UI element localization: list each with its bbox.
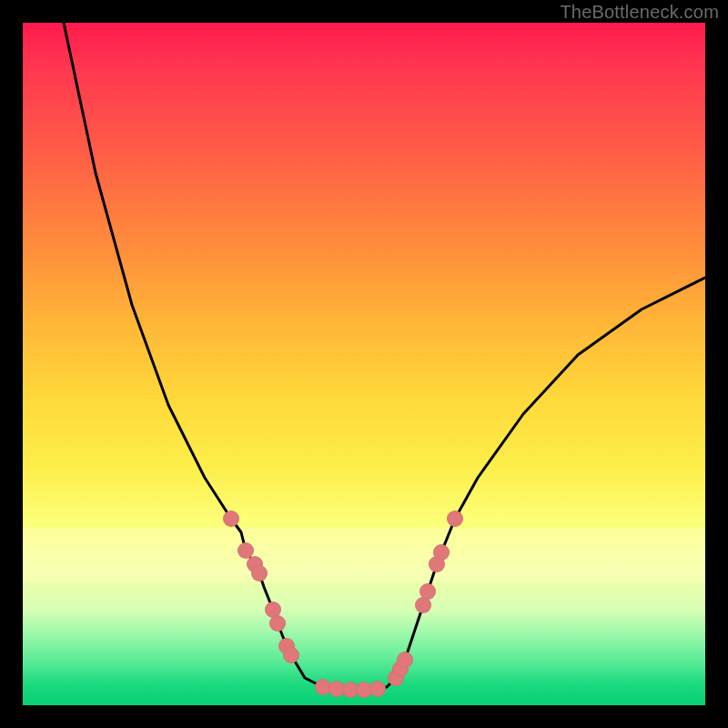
data-marker — [447, 511, 463, 527]
plot-area — [23, 23, 705, 705]
watermark-text: TheBottleneck.com — [560, 2, 719, 23]
data-marker — [269, 615, 286, 632]
data-marker — [433, 544, 450, 561]
curve-svg — [23, 23, 705, 705]
chart-stage: TheBottleneck.com — [0, 0, 728, 728]
data-marker — [369, 681, 386, 697]
bottleneck-curve — [64, 23, 705, 690]
data-marker — [397, 652, 413, 668]
data-marker — [251, 565, 268, 581]
data-marker — [283, 647, 299, 663]
data-marker — [223, 511, 239, 527]
data-marker — [420, 583, 436, 600]
